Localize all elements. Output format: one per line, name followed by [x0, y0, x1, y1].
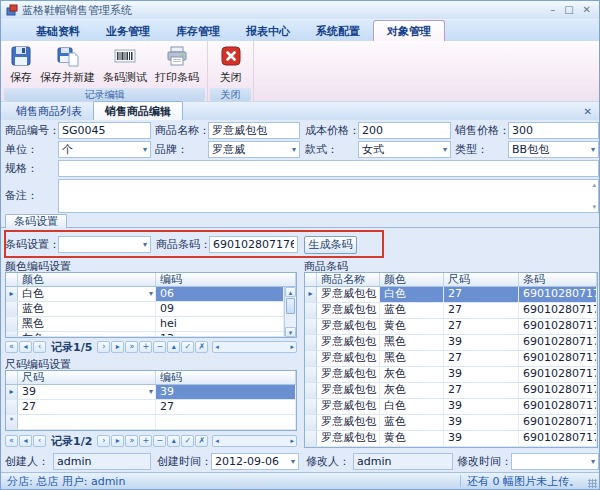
brand-combo[interactable]: 罗意威▾ [208, 141, 300, 158]
nav-next-button[interactable]: › [97, 341, 110, 353]
nav-first-button[interactable]: « [5, 435, 18, 447]
cell-size[interactable]: 27 [18, 400, 156, 414]
nav-post-button[interactable]: ✓ [181, 435, 194, 447]
column-header-size[interactable]: 尺码 [444, 273, 519, 286]
scroll-down-icon[interactable]: ▾ [592, 203, 596, 211]
scroll-down-icon[interactable]: ▾ [285, 327, 296, 337]
scroll-right-icon[interactable]: ▸ [290, 437, 294, 445]
type-combo[interactable]: BB包包▾ [508, 141, 599, 158]
nav-next-page-button[interactable]: ▸ [111, 435, 124, 447]
scroll-right-icon[interactable]: ▸ [290, 343, 294, 351]
table-row[interactable]: ▸ 39 ▾ 39 [6, 385, 296, 400]
table-row[interactable]: 罗意威包包 黄色 39 690102807176... [305, 431, 597, 447]
product-barcode-input[interactable] [209, 236, 298, 253]
cell-code[interactable]: 27 [156, 400, 296, 414]
remark-textarea[interactable]: ▴ ▾ [58, 179, 599, 213]
column-header-code[interactable]: 编码 [156, 273, 296, 286]
cell-code[interactable]: 39 [156, 385, 296, 399]
table-row-partial[interactable]: 灰色 13 [6, 332, 296, 337]
print-barcode-button[interactable]: 打印条码 [151, 43, 203, 87]
close-form-button[interactable]: 关闭 [216, 43, 246, 87]
scroll-up-icon[interactable]: ▴ [285, 287, 296, 297]
save-button[interactable]: 保存 [6, 43, 36, 87]
sale-price-input[interactable] [508, 122, 599, 139]
nav-last-button[interactable]: » [125, 435, 138, 447]
close-button[interactable]: ✕ [583, 5, 591, 15]
barcode-setting-combo[interactable]: ▾ [58, 236, 151, 253]
ribbon-tab-inventory[interactable]: 库存管理 [163, 21, 233, 41]
nav-prev-page-button[interactable]: ◂ [19, 341, 32, 353]
scroll-up-icon[interactable]: ▴ [592, 181, 596, 189]
column-header-product-name[interactable]: 商品名称 [317, 273, 380, 286]
nav-first-button[interactable]: « [5, 341, 18, 353]
nav-delete-button[interactable]: − [153, 341, 166, 353]
save-and-new-button[interactable]: 保存并新建 [36, 43, 99, 87]
tab-product-edit[interactable]: 销售商品编辑 [93, 101, 183, 120]
table-row[interactable]: 罗意威包包 蓝色 39 690102807176... [305, 415, 597, 431]
cell-code[interactable]: hei [156, 317, 284, 331]
barcode-settings-group-tab[interactable]: 条码设置 [5, 214, 67, 228]
table-row-append[interactable]: * [6, 415, 296, 430]
ribbon-tab-business[interactable]: 业务管理 [93, 21, 163, 41]
cell-code[interactable]: 06 [156, 287, 284, 301]
cell-color[interactable]: 黑色 [18, 317, 156, 331]
cell-code[interactable]: 09 [156, 302, 284, 316]
nav-append-button[interactable]: + [139, 341, 152, 353]
product-code-input[interactable] [58, 122, 151, 139]
barcode-test-button[interactable]: 条码测试 [99, 43, 151, 87]
tab-product-list[interactable]: 销售商品列表 [5, 102, 93, 120]
minimize-button[interactable]: – [550, 5, 555, 15]
maximize-button[interactable]: □ [564, 5, 573, 15]
nav-append-button[interactable]: + [139, 435, 152, 447]
column-header-barcode[interactable]: 条码 [519, 273, 597, 286]
ribbon-tab-reports[interactable]: 报表中心 [233, 21, 303, 41]
style-combo[interactable]: 女式▾ [358, 141, 451, 158]
column-header-size[interactable]: 尺码 [18, 371, 156, 384]
unit-combo[interactable]: 个▾ [58, 141, 151, 158]
cell-color[interactable]: 灰色 [18, 332, 156, 336]
cell-color[interactable]: 白色 ▾ [18, 287, 156, 301]
table-row[interactable]: 罗意威包包 白色 39 690102807176... [305, 399, 597, 415]
modifier-input[interactable] [353, 453, 453, 470]
nav-delete-button[interactable]: − [153, 435, 166, 447]
nav-edit-button[interactable]: ▴ [167, 341, 180, 353]
tab-close-icon[interactable]: ✕ [584, 106, 592, 117]
column-header-color[interactable]: 颜色 [18, 273, 156, 286]
cost-price-input[interactable] [358, 122, 451, 139]
horizontal-scrollbar[interactable]: ◂ ▸ [212, 341, 297, 353]
spec-input[interactable] [58, 160, 599, 177]
scroll-left-icon[interactable]: ◂ [215, 437, 219, 445]
table-row[interactable]: 黑色 hei [6, 317, 296, 332]
cell-color[interactable]: 蓝色 [18, 302, 156, 316]
table-row[interactable]: 罗意威包包 黑色 27 690102807176... [305, 351, 597, 367]
chevron-down-icon[interactable]: ▾ [149, 385, 153, 399]
table-row[interactable]: 罗意威包包 灰色 39 690102807176... [305, 367, 597, 383]
nav-post-button[interactable]: ✓ [181, 341, 194, 353]
nav-cancel-button[interactable]: ✗ [195, 341, 208, 353]
generate-barcode-button[interactable]: 生成条码 [304, 236, 357, 254]
modified-time-combo[interactable]: ▾ [511, 453, 599, 470]
vertical-scrollbar[interactable]: ▴ ▾ [284, 287, 296, 337]
resize-grip[interactable] [588, 479, 597, 488]
ribbon-tab-system-config[interactable]: 系统配置 [303, 21, 373, 41]
product-name-input[interactable] [208, 122, 300, 139]
table-row[interactable]: 罗意威包包 黄色 27 690102807176... [305, 319, 597, 335]
nav-edit-button[interactable]: ▴ [167, 435, 180, 447]
column-header-code[interactable]: 编码 [156, 371, 296, 384]
nav-prev-button[interactable]: ‹ [33, 435, 46, 447]
creator-input[interactable] [53, 453, 151, 470]
chevron-down-icon[interactable]: ▾ [149, 287, 153, 301]
nav-next-page-button[interactable]: ▸ [111, 341, 124, 353]
nav-last-button[interactable]: » [125, 341, 138, 353]
ribbon-tab-base-data[interactable]: 基础资料 [23, 21, 93, 41]
table-row[interactable]: 罗意威包包 黑色 39 690102807176... [305, 335, 597, 351]
ribbon-tab-object-manage[interactable]: 对象管理 [373, 20, 445, 41]
cell-code[interactable]: 13 [156, 332, 284, 336]
column-header-color[interactable]: 颜色 [380, 273, 444, 286]
nav-cancel-button[interactable]: ✗ [195, 435, 208, 447]
table-row[interactable]: 27 27 [6, 400, 296, 415]
table-row[interactable]: ▸ 白色 ▾ 06 [6, 287, 296, 302]
scroll-left-icon[interactable]: ◂ [215, 343, 219, 351]
table-row[interactable]: 罗意威包包 蓝色 27 690102807176... [305, 303, 597, 319]
table-row[interactable]: ▸ 罗意威包包 白色 27 690102807176... [305, 287, 597, 303]
